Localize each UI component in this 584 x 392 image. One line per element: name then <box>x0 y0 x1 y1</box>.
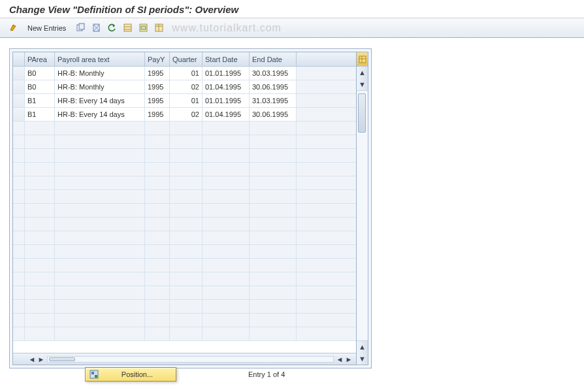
cell-text[interactable] <box>55 245 145 259</box>
cell-quarter[interactable] <box>170 218 203 231</box>
cell-parea[interactable] <box>25 259 55 272</box>
row-selector[interactable] <box>13 327 25 341</box>
cell-payy[interactable] <box>145 272 170 286</box>
cell-end[interactable] <box>250 135 297 149</box>
cell-end[interactable] <box>250 149 297 163</box>
cell-text[interactable] <box>55 327 145 341</box>
cell-end[interactable] <box>250 314 297 327</box>
cell-parea[interactable] <box>25 122 55 135</box>
cell-payy[interactable] <box>145 218 170 231</box>
cell-text[interactable] <box>55 300 145 314</box>
cell-quarter[interactable] <box>170 259 203 272</box>
cell-end[interactable] <box>250 231 297 245</box>
col-header-quarter[interactable]: Quarter <box>170 52 203 67</box>
cell-payy[interactable] <box>145 259 170 272</box>
row-selector[interactable] <box>13 67 25 80</box>
scroll-right-end-icon[interactable]: ► <box>344 355 353 363</box>
select-all-icon[interactable] <box>121 22 134 35</box>
cell-payy[interactable] <box>145 190 170 204</box>
cell-text[interactable] <box>55 259 145 272</box>
cell-start[interactable] <box>203 122 250 135</box>
cell-payy[interactable]: 1995 <box>145 108 170 122</box>
cell-start[interactable] <box>203 149 250 163</box>
cell-start[interactable]: 01.01.1995 <box>203 67 250 80</box>
row-selector[interactable] <box>13 204 25 218</box>
cell-parea[interactable] <box>25 163 55 176</box>
cell-text[interactable] <box>55 149 145 163</box>
table-row[interactable] <box>13 149 356 163</box>
table-row[interactable] <box>13 190 356 204</box>
cell-payy[interactable] <box>145 149 170 163</box>
cell-text[interactable] <box>55 176 145 190</box>
table-row[interactable] <box>13 163 356 176</box>
vertical-scrollbar[interactable]: ▲ ▼ ▲ ▼ <box>357 52 368 365</box>
table-row[interactable] <box>13 314 356 327</box>
cell-payy[interactable] <box>145 231 170 245</box>
table-row[interactable] <box>13 327 356 341</box>
cell-start[interactable] <box>203 204 250 218</box>
cell-start[interactable] <box>203 327 250 341</box>
select-block-icon[interactable] <box>137 22 150 35</box>
cell-start[interactable] <box>203 300 250 314</box>
table-row[interactable] <box>13 176 356 190</box>
cell-payy[interactable] <box>145 286 170 300</box>
table-row[interactable] <box>13 218 356 231</box>
row-selector[interactable] <box>13 286 25 300</box>
cell-quarter[interactable] <box>170 122 203 135</box>
cell-end[interactable]: 30.03.1995 <box>250 67 297 80</box>
toggle-icon[interactable] <box>7 22 20 35</box>
scroll-down-end-icon[interactable]: ▼ <box>357 353 368 365</box>
cell-quarter[interactable]: 01 <box>170 94 203 108</box>
cell-end[interactable] <box>250 286 297 300</box>
cell-text[interactable] <box>55 163 145 176</box>
scroll-up-end-icon[interactable]: ▲ <box>357 341 368 353</box>
cell-text[interactable]: HR-B: Every 14 days <box>55 94 145 108</box>
cell-parea[interactable] <box>25 314 55 327</box>
cell-quarter[interactable] <box>170 190 203 204</box>
table-row[interactable] <box>13 204 356 218</box>
horizontal-scrollbar[interactable]: ◄ ► ◄ ► <box>13 353 356 365</box>
table-row[interactable] <box>13 135 356 149</box>
row-selector[interactable] <box>13 190 25 204</box>
cell-quarter[interactable] <box>170 314 203 327</box>
cell-payy[interactable] <box>145 314 170 327</box>
scroll-down-icon[interactable]: ▼ <box>357 78 368 90</box>
row-selector[interactable] <box>13 176 25 190</box>
cell-payy[interactable] <box>145 176 170 190</box>
cell-quarter[interactable] <box>170 300 203 314</box>
scroll-right-icon[interactable]: ► <box>37 355 46 363</box>
col-header-text[interactable]: Payroll area text <box>55 52 145 67</box>
table-row[interactable]: B1HR-B: Every 14 days19950101.01.199531.… <box>13 94 356 108</box>
cell-quarter[interactable] <box>170 163 203 176</box>
cell-quarter[interactable]: 02 <box>170 108 203 122</box>
cell-parea[interactable] <box>25 272 55 286</box>
table-row[interactable]: B1HR-B: Every 14 days19950201.04.199530.… <box>13 108 356 122</box>
cell-start[interactable] <box>203 286 250 300</box>
cell-parea[interactable] <box>25 231 55 245</box>
cell-end[interactable] <box>250 163 297 176</box>
cell-start[interactable] <box>203 190 250 204</box>
cell-quarter[interactable]: 01 <box>170 67 203 80</box>
table-row[interactable] <box>13 272 356 286</box>
cell-text[interactable] <box>55 122 145 135</box>
table-row[interactable] <box>13 122 356 135</box>
row-selector[interactable] <box>13 231 25 245</box>
cell-parea[interactable]: B1 <box>25 108 55 122</box>
col-header-start[interactable]: Start Date <box>203 52 250 67</box>
cell-quarter[interactable]: 02 <box>170 80 203 94</box>
cell-parea[interactable] <box>25 218 55 231</box>
cell-parea[interactable] <box>25 300 55 314</box>
row-selector-header[interactable] <box>13 52 25 67</box>
cell-parea[interactable] <box>25 327 55 341</box>
position-button[interactable]: Position... <box>85 367 176 382</box>
cell-text[interactable] <box>55 272 145 286</box>
table-row[interactable]: B0HR-B: Monthly19950101.01.199530.03.199… <box>13 67 356 80</box>
cell-parea[interactable] <box>25 176 55 190</box>
cell-text[interactable]: HR-B: Every 14 days <box>55 108 145 122</box>
cell-end[interactable] <box>250 218 297 231</box>
cell-quarter[interactable] <box>170 231 203 245</box>
row-selector[interactable] <box>13 245 25 259</box>
cell-end[interactable] <box>250 190 297 204</box>
row-selector[interactable] <box>13 272 25 286</box>
cell-text[interactable]: HR-B: Monthly <box>55 80 145 94</box>
